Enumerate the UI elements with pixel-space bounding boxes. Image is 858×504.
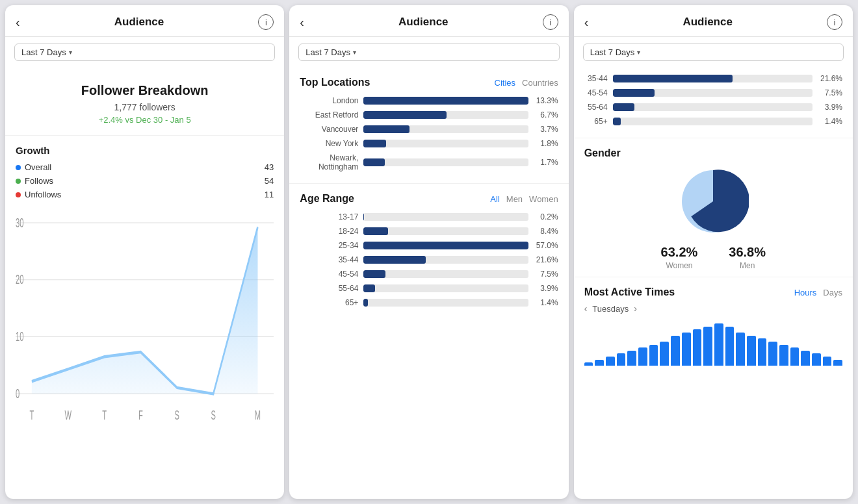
age-top-bar-fill <box>613 103 634 111</box>
age-bar-track <box>363 270 528 278</box>
gender-title: Gender <box>584 147 842 159</box>
age-pct: 8.4% <box>534 227 558 236</box>
tab-countries[interactable]: Countries <box>522 78 558 88</box>
gender-stats: 63.2% Women 36.8% Men <box>661 245 766 270</box>
age-bar-fill <box>363 242 528 249</box>
back-button-1[interactable]: ‹ <box>16 15 20 30</box>
back-button-3[interactable]: ‹ <box>584 15 589 30</box>
active-time-bar <box>627 351 636 366</box>
tab-hours[interactable]: Hours <box>794 288 817 297</box>
tab-days[interactable]: Days <box>823 288 842 297</box>
age-top-pct: 3.9% <box>818 103 842 112</box>
active-time-bar <box>812 353 821 366</box>
age-label: 25-34 <box>300 241 358 250</box>
active-bars-container <box>584 320 842 366</box>
svg-text:T: T <box>29 407 34 422</box>
legend-unfollows: Unfollows 11 <box>16 190 274 199</box>
prev-day-button[interactable]: ‹ <box>584 303 588 314</box>
city-pct: 6.7% <box>534 110 558 120</box>
women-label: Women <box>661 261 698 270</box>
age-label: 13-17 <box>300 212 358 221</box>
follows-label: Follows <box>25 176 53 186</box>
city-pct: 13.3% <box>534 96 558 105</box>
age-pct: 57.0% <box>534 241 558 250</box>
header-title-3: Audience <box>682 16 733 29</box>
chevron-down-icon-2: ▾ <box>353 49 356 56</box>
back-button-2[interactable]: ‹ <box>300 15 304 30</box>
city-bar-fill <box>363 158 384 166</box>
svg-text:S: S <box>175 407 179 422</box>
age-top-bar-row: 35-44 21.6% <box>584 74 842 83</box>
tab-men[interactable]: Men <box>506 194 523 204</box>
breakdown-hero: Follower Breakdown 1,777 followers +2.4%… <box>5 68 284 136</box>
age-bar-track <box>363 242 528 249</box>
screens-container: ‹ Audience i Last 7 Days ▾ Follower Brea… <box>0 0 858 504</box>
tab-all[interactable]: All <box>490 194 499 204</box>
legend-follows: Follows 54 <box>16 176 274 186</box>
age-top-bar-fill <box>613 89 655 97</box>
age-bar-track <box>363 256 528 264</box>
men-label: Men <box>729 261 766 270</box>
city-label: New York <box>300 139 358 148</box>
age-bar-row: 25-34 57.0% <box>300 241 558 250</box>
active-time-bar <box>714 323 723 366</box>
info-button-3[interactable]: i <box>827 14 842 30</box>
svg-text:M: M <box>255 407 261 422</box>
age-top-bar-row: 45-54 7.5% <box>584 88 842 97</box>
age-pct: 1.4% <box>534 298 558 307</box>
city-bar-row: East Retford 6.7% <box>300 110 558 120</box>
overall-dot <box>16 165 21 170</box>
growth-chart-svg: 30 20 10 0 T W <box>16 208 274 494</box>
dropdown-2[interactable]: Last 7 Days ▾ <box>298 44 559 61</box>
city-pct: 1.7% <box>534 158 558 167</box>
city-pct: 3.7% <box>534 125 558 134</box>
active-time-bar <box>595 360 604 366</box>
follows-count: 54 <box>265 176 274 186</box>
active-time-bar <box>758 338 767 366</box>
screen-1: ‹ Audience i Last 7 Days ▾ Follower Brea… <box>5 5 284 499</box>
header-title-2: Audience <box>398 16 448 29</box>
age-pct: 0.2% <box>534 212 558 221</box>
age-range-title: Age Range <box>300 193 354 205</box>
men-stat: 36.8% Men <box>729 245 766 270</box>
age-top-bar-row: 55-64 3.9% <box>584 103 842 112</box>
age-top-bar-row: 65+ 1.4% <box>584 117 842 126</box>
city-bar-fill <box>363 111 447 119</box>
tab-cities[interactable]: Cities <box>495 78 516 88</box>
city-bar-fill <box>363 140 385 147</box>
gender-section: Gender 63.2% Women <box>574 138 853 277</box>
city-label: London <box>300 96 358 105</box>
tab-women[interactable]: Women <box>529 194 558 204</box>
current-day: Tuesdays <box>592 304 629 314</box>
active-time-bar <box>833 360 842 366</box>
screen-3: ‹ Audience i Last 7 Days ▾ 35-44 21.6% 4… <box>574 5 853 499</box>
age-top-bar-fill <box>613 75 733 82</box>
next-day-button[interactable]: › <box>634 303 637 314</box>
active-time-bar <box>768 342 777 366</box>
gender-pie <box>677 166 749 237</box>
age-top-pct: 1.4% <box>818 117 842 126</box>
city-bar-row: Vancouver 3.7% <box>300 125 558 134</box>
city-label: Vancouver <box>300 125 358 134</box>
age-top-label: 65+ <box>584 117 608 126</box>
svg-text:30: 30 <box>16 215 23 229</box>
info-button-2[interactable]: i <box>543 14 558 30</box>
city-bar-track <box>363 97 528 105</box>
dropdown-1[interactable]: Last 7 Days ▾ <box>14 44 275 61</box>
age-bar-track <box>363 227 528 235</box>
active-time-bar <box>736 333 745 366</box>
age-bar-row: 45-54 7.5% <box>300 270 558 279</box>
info-button-1[interactable]: i <box>258 14 274 30</box>
age-bar-track <box>363 213 528 221</box>
age-bar-row: 13-17 0.2% <box>300 212 558 221</box>
unfollows-dot <box>16 192 21 197</box>
age-top-bars: 35-44 21.6% 45-54 7.5% 55-64 3.9% 65+ 1.… <box>584 74 842 126</box>
follower-count: 1,777 followers <box>16 102 274 112</box>
age-section: Age Range All Men Women 13-17 0.2% 18-24… <box>289 184 568 499</box>
active-time-bar <box>703 327 712 366</box>
dropdown-3[interactable]: Last 7 Days ▾ <box>583 44 844 61</box>
active-time-bar <box>584 362 593 366</box>
locations-tabs: Cities Countries <box>495 78 558 88</box>
header-title-1: Audience <box>114 16 164 29</box>
age-bar-row: 18-24 8.4% <box>300 227 558 236</box>
